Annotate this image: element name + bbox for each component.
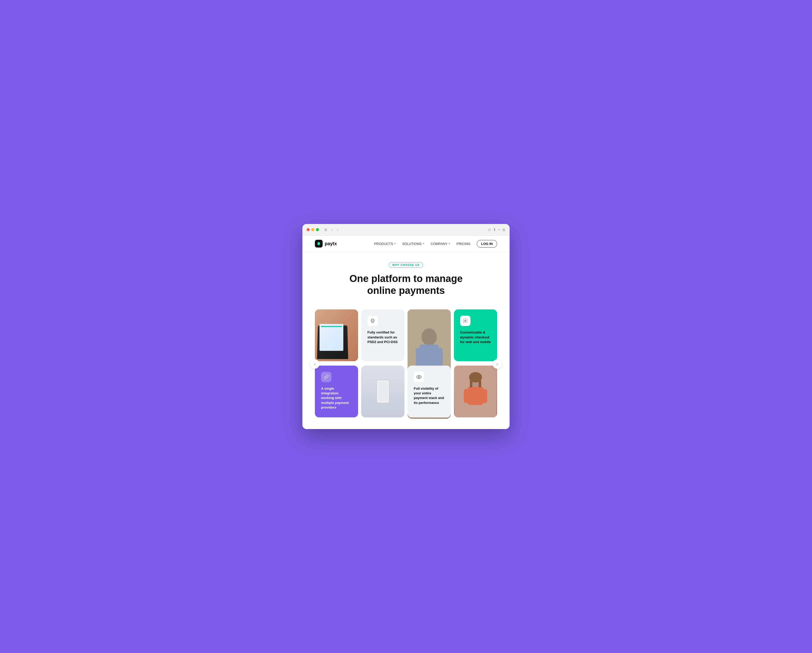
svg-point-8 <box>418 377 420 378</box>
link-icon <box>324 374 329 380</box>
hero-section: WHY CHOOSE US One platform to manage onl… <box>302 252 510 304</box>
company-label: COMPANY <box>430 242 447 246</box>
nav-pricing[interactable]: PRICING <box>456 242 470 246</box>
solutions-label: SOLUTIONS <box>402 242 421 246</box>
svg-rect-11 <box>468 387 484 405</box>
tab-icon[interactable]: ⊞ <box>323 227 328 232</box>
svg-point-1 <box>421 328 437 346</box>
scroll-left-button[interactable]: ‹ <box>310 359 319 369</box>
card-visibility: Full visibility of your entire payment s… <box>408 366 451 417</box>
cards-grid: Fully certified for standards such as PS… <box>315 310 497 419</box>
why-badge: WHY CHOOSE US <box>389 262 423 268</box>
svg-rect-15 <box>470 380 473 388</box>
integration-text: A single integration working with multip… <box>321 386 352 410</box>
svg-rect-13 <box>483 389 487 403</box>
customizable-icon-wrap <box>460 316 470 326</box>
upload-icon[interactable]: ⬆ <box>493 227 496 232</box>
forward-button[interactable]: › <box>336 227 339 232</box>
browser-chrome: ⊞ ‹ › ⊙ ⬆ + ⊞ <box>302 224 510 236</box>
svg-rect-3 <box>415 348 421 367</box>
share-icon[interactable]: ⊙ <box>488 227 491 232</box>
features-grid-section: ‹ › <box>302 304 510 429</box>
browser-window: ⊞ ‹ › ⊙ ⬆ + ⊞ paytx <box>302 224 510 429</box>
fullscreen-dot[interactable] <box>316 228 319 231</box>
laptop-scene <box>315 310 358 361</box>
gear-icon <box>463 318 468 323</box>
shield-icon <box>370 318 375 323</box>
hero-headline: One platform to manage online payments <box>328 273 484 296</box>
close-dot[interactable] <box>307 228 310 231</box>
company-plus: + <box>449 242 450 246</box>
card-phone-photo <box>361 366 404 417</box>
nav-company[interactable]: COMPANY + <box>430 242 450 246</box>
woman-scene <box>454 366 497 417</box>
svg-rect-12 <box>464 389 469 403</box>
visibility-icon-wrap <box>414 372 424 382</box>
certified-text: Fully certified for standards such as PS… <box>368 330 398 344</box>
card-customizable: Customizable & dynamic checkout for web … <box>454 310 497 361</box>
phone-scene <box>361 366 404 417</box>
navbar: paytx PRODUCTS + SOLUTIONS + COMPANY + P… <box>302 236 510 252</box>
nav-solutions[interactable]: SOLUTIONS + <box>402 242 424 246</box>
headline-line1: One platform to manage <box>349 273 462 284</box>
grid-wrapper: ‹ › <box>315 310 497 419</box>
laptop-screen <box>319 324 343 351</box>
logo[interactable]: paytx <box>315 240 337 247</box>
back-button[interactable]: ‹ <box>330 227 334 232</box>
certified-icon-wrap <box>368 316 378 326</box>
visibility-text: Full visibility of your entire payment s… <box>414 386 444 405</box>
eye-icon <box>417 374 421 380</box>
card-laptop-photo <box>315 310 358 361</box>
customizable-text: Customizable & dynamic checkout for web … <box>460 330 491 344</box>
nav-links: PRODUCTS + SOLUTIONS + COMPANY + PRICING… <box>374 240 497 247</box>
products-label: PRODUCTS <box>374 242 393 246</box>
scroll-right-button[interactable]: › <box>493 359 502 369</box>
products-plus: + <box>394 242 396 246</box>
solutions-plus: + <box>423 242 424 246</box>
svg-rect-2 <box>420 345 439 369</box>
website-content: paytx PRODUCTS + SOLUTIONS + COMPANY + P… <box>302 236 510 429</box>
browser-actions: ⊙ ⬆ + ⊞ <box>488 227 505 232</box>
new-tab-icon[interactable]: + <box>498 227 500 232</box>
card-woman-photo <box>454 366 497 417</box>
pricing-label: PRICING <box>456 242 470 246</box>
integration-icon-wrap <box>321 372 331 382</box>
card-certified: Fully certified for standards such as PS… <box>361 310 404 361</box>
browser-controls: ⊞ ‹ › <box>323 227 339 232</box>
svg-rect-16 <box>479 380 481 388</box>
minimize-dot[interactable] <box>311 228 314 231</box>
nav-products[interactable]: PRODUCTS + <box>374 242 396 246</box>
headline-line2: online payments <box>367 285 445 296</box>
svg-rect-4 <box>437 348 443 367</box>
extensions-icon[interactable]: ⊞ <box>502 227 505 232</box>
card-integration: A single integration working with multip… <box>315 366 358 417</box>
logo-icon <box>315 240 323 247</box>
login-button[interactable]: LOG IN <box>477 240 497 247</box>
logo-text: paytx <box>325 241 337 247</box>
phone-shape <box>377 380 389 403</box>
woman-illustration <box>454 366 497 417</box>
svg-point-7 <box>465 320 466 322</box>
browser-dots <box>307 228 319 231</box>
